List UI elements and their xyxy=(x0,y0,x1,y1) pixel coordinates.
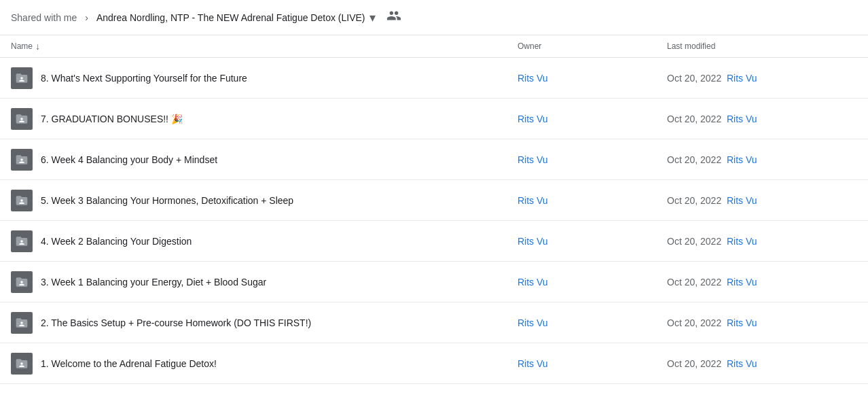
row-modified-user[interactable]: Rits Vu xyxy=(727,317,757,328)
row-file-name: 4. Week 2 Balancing Your Digestion xyxy=(41,236,192,247)
row-file-name: 5. Week 3 Balancing Your Hormones, Detox… xyxy=(41,195,293,206)
row-modified-user[interactable]: Rits Vu xyxy=(727,154,757,165)
row-owner[interactable]: Rits Vu xyxy=(518,114,667,124)
row-modified: Oct 20, 2022 Rits Vu xyxy=(667,317,857,328)
row-name-cell: 7. GRADUATION BONUSES!! 🎉 xyxy=(11,108,518,130)
row-file-name: 6. Week 4 Balancing your Body + Mindset xyxy=(41,154,217,165)
row-modified: Oct 20, 2022 Rits Vu xyxy=(667,73,857,84)
row-name-cell: 5. Week 3 Balancing Your Hormones, Detox… xyxy=(11,190,518,211)
shared-folder-icon xyxy=(11,190,33,211)
row-owner[interactable]: Rits Vu xyxy=(518,358,667,369)
shared-folder-icon xyxy=(11,149,33,171)
table-row[interactable]: 1. Welcome to the Adrenal Fatigue Detox!… xyxy=(0,343,868,384)
row-modified-user[interactable]: Rits Vu xyxy=(727,236,757,247)
breadcrumb-shared-link[interactable]: Shared with me xyxy=(11,12,77,23)
row-file-name: 3. Week 1 Balancing your Energy, Diet + … xyxy=(41,277,266,288)
row-owner[interactable]: Rits Vu xyxy=(518,195,667,206)
row-modified: Oct 20, 2022 Rits Vu xyxy=(667,277,857,288)
breadcrumb-folder-title: Andrea Nordling, NTP - The NEW Adrenal F… xyxy=(96,12,365,23)
table-row[interactable]: 6. Week 4 Balancing your Body + Mindset … xyxy=(0,139,868,180)
shared-folder-icon xyxy=(11,108,33,130)
table-row[interactable]: 2. The Basics Setup + Pre-course Homewor… xyxy=(0,302,868,343)
column-owner-header: Owner xyxy=(518,41,667,51)
row-owner[interactable]: Rits Vu xyxy=(518,73,667,84)
sort-icon: ↓ xyxy=(35,41,40,52)
shared-people-icon[interactable] xyxy=(386,8,401,27)
column-modified-header: Last modified xyxy=(667,41,857,51)
shared-folder-icon xyxy=(11,353,33,375)
row-owner[interactable]: Rits Vu xyxy=(518,236,667,247)
column-name-label: Name xyxy=(11,41,33,51)
row-name-cell: 8. What's Next Supporting Yourself for t… xyxy=(11,67,518,89)
table-row[interactable]: 8. What's Next Supporting Yourself for t… xyxy=(0,58,868,99)
row-modified: Oct 20, 2022 Rits Vu xyxy=(667,358,857,369)
row-owner[interactable]: Rits Vu xyxy=(518,154,667,165)
breadcrumb-chevron-icon: › xyxy=(85,12,88,23)
breadcrumb-current-folder[interactable]: Andrea Nordling, NTP - The NEW Adrenal F… xyxy=(96,10,376,25)
row-modified-user[interactable]: Rits Vu xyxy=(727,358,757,369)
table-header: Name ↓ Owner Last modified xyxy=(0,35,868,58)
row-name-cell: 6. Week 4 Balancing your Body + Mindset xyxy=(11,149,518,171)
row-modified-user[interactable]: Rits Vu xyxy=(727,277,757,288)
shared-folder-icon xyxy=(11,271,33,293)
row-modified: Oct 20, 2022 Rits Vu xyxy=(667,114,857,124)
row-file-name: 1. Welcome to the Adrenal Fatigue Detox! xyxy=(41,358,217,369)
row-name-cell: 3. Week 1 Balancing your Energy, Diet + … xyxy=(11,271,518,293)
row-owner[interactable]: Rits Vu xyxy=(518,277,667,288)
shared-folder-icon xyxy=(11,230,33,252)
shared-folder-icon xyxy=(11,67,33,89)
row-file-name: 7. GRADUATION BONUSES!! 🎉 xyxy=(41,114,183,124)
row-modified: Oct 20, 2022 Rits Vu xyxy=(667,154,857,165)
column-name-header[interactable]: Name ↓ xyxy=(11,41,518,52)
row-modified: Oct 20, 2022 Rits Vu xyxy=(667,195,857,206)
shared-folder-icon xyxy=(11,312,33,334)
row-file-name: 8. What's Next Supporting Yourself for t… xyxy=(41,73,247,84)
row-name-cell: 4. Week 2 Balancing Your Digestion xyxy=(11,230,518,252)
row-owner[interactable]: Rits Vu xyxy=(518,317,667,328)
row-name-cell: 1. Welcome to the Adrenal Fatigue Detox! xyxy=(11,353,518,375)
row-modified-user[interactable]: Rits Vu xyxy=(727,73,757,84)
row-modified: Oct 20, 2022 Rits Vu xyxy=(667,236,857,247)
row-name-cell: 2. The Basics Setup + Pre-course Homewor… xyxy=(11,312,518,334)
table-row[interactable]: 3. Week 1 Balancing your Energy, Diet + … xyxy=(0,262,868,302)
row-modified-user[interactable]: Rits Vu xyxy=(727,195,757,206)
table-row[interactable]: 7. GRADUATION BONUSES!! 🎉 Rits Vu Oct 20… xyxy=(0,99,868,139)
table-row[interactable]: 4. Week 2 Balancing Your Digestion Rits … xyxy=(0,221,868,262)
breadcrumb-header: Shared with me › Andrea Nordling, NTP - … xyxy=(0,0,868,35)
dropdown-arrow-icon[interactable]: ▾ xyxy=(369,10,376,25)
file-list: 8. What's Next Supporting Yourself for t… xyxy=(0,58,868,384)
row-file-name: 2. The Basics Setup + Pre-course Homewor… xyxy=(41,317,311,328)
table-row[interactable]: 5. Week 3 Balancing Your Hormones, Detox… xyxy=(0,180,868,221)
row-modified-user[interactable]: Rits Vu xyxy=(727,114,757,124)
